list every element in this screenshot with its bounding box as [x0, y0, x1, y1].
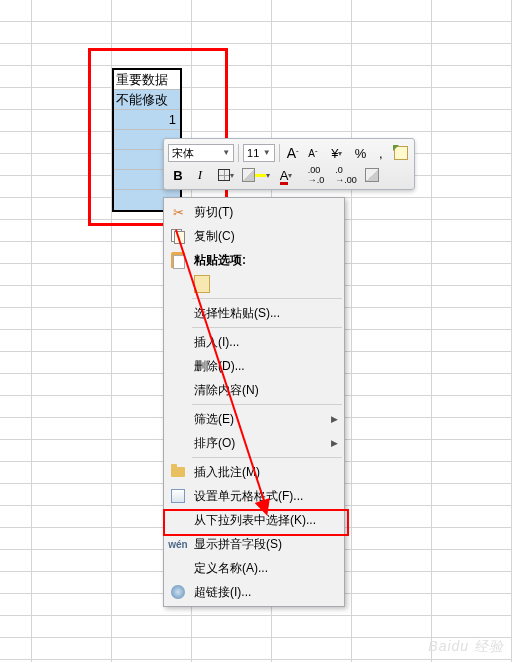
- cell[interactable]: [352, 396, 432, 418]
- cell[interactable]: [432, 528, 512, 550]
- cell[interactable]: [0, 308, 32, 330]
- cell[interactable]: [192, 638, 272, 660]
- cell[interactable]: [32, 0, 112, 22]
- cell[interactable]: [432, 88, 512, 110]
- cell[interactable]: [32, 506, 112, 528]
- cell[interactable]: [352, 264, 432, 286]
- cell[interactable]: [0, 550, 32, 572]
- borders-button[interactable]: ▾: [212, 165, 240, 185]
- cell[interactable]: [432, 154, 512, 176]
- cell[interactable]: [192, 616, 272, 638]
- cell[interactable]: [32, 308, 112, 330]
- cell[interactable]: [32, 440, 112, 462]
- cell[interactable]: [192, 88, 272, 110]
- menu-copy[interactable]: 复制(C): [164, 224, 344, 248]
- cell[interactable]: [352, 88, 432, 110]
- shrink-font-button[interactable]: Aˇ: [304, 143, 322, 163]
- cell[interactable]: [192, 22, 272, 44]
- cell[interactable]: [432, 550, 512, 572]
- cell[interactable]: [432, 440, 512, 462]
- cell[interactable]: [432, 44, 512, 66]
- cell[interactable]: [432, 132, 512, 154]
- cell[interactable]: [432, 198, 512, 220]
- cell[interactable]: [352, 616, 432, 638]
- decrease-decimal-button[interactable]: .0→.00: [332, 165, 360, 185]
- menu-insert-comment[interactable]: 插入批注(M): [164, 460, 344, 484]
- cell[interactable]: [352, 418, 432, 440]
- cell[interactable]: [432, 110, 512, 132]
- cell[interactable]: [0, 418, 32, 440]
- cell[interactable]: [112, 638, 192, 660]
- cell[interactable]: [0, 44, 32, 66]
- menu-cut[interactable]: ✂ 剪切(T): [164, 200, 344, 224]
- cell[interactable]: [32, 132, 112, 154]
- cell[interactable]: [0, 440, 32, 462]
- cell[interactable]: [32, 66, 112, 88]
- cell[interactable]: [432, 374, 512, 396]
- font-name-dropdown[interactable]: 宋体 ▼: [168, 144, 234, 162]
- cell[interactable]: [32, 242, 112, 264]
- cell[interactable]: [0, 374, 32, 396]
- bold-button[interactable]: B: [168, 165, 188, 185]
- cell[interactable]: [432, 220, 512, 242]
- menu-insert[interactable]: 插入(I)...: [164, 330, 344, 354]
- cell[interactable]: [32, 286, 112, 308]
- cell[interactable]: [352, 110, 432, 132]
- menu-hyperlink[interactable]: 超链接(I)...: [164, 580, 344, 604]
- format-painter-button[interactable]: [392, 143, 410, 163]
- cell[interactable]: [432, 506, 512, 528]
- cell[interactable]: [32, 154, 112, 176]
- cell[interactable]: [352, 484, 432, 506]
- cell[interactable]: [352, 374, 432, 396]
- cell[interactable]: [432, 22, 512, 44]
- menu-format-cells[interactable]: 设置单元格格式(F)...: [164, 484, 344, 508]
- cell[interactable]: [352, 308, 432, 330]
- menu-sort[interactable]: 排序(O) ▶: [164, 431, 344, 455]
- cell[interactable]: [272, 616, 352, 638]
- cell[interactable]: [112, 616, 192, 638]
- cell[interactable]: [352, 506, 432, 528]
- cell[interactable]: [32, 638, 112, 660]
- cell[interactable]: [272, 638, 352, 660]
- cell[interactable]: [32, 594, 112, 616]
- cell[interactable]: [432, 616, 512, 638]
- cell[interactable]: [32, 396, 112, 418]
- cell-header1[interactable]: 重要数据: [114, 70, 180, 90]
- cell[interactable]: [432, 0, 512, 22]
- cell[interactable]: [272, 0, 352, 22]
- cell[interactable]: [272, 88, 352, 110]
- comma-button[interactable]: ,: [372, 143, 390, 163]
- cell[interactable]: [192, 0, 272, 22]
- cell[interactable]: [352, 330, 432, 352]
- cell[interactable]: [0, 88, 32, 110]
- cell[interactable]: [0, 198, 32, 220]
- cell[interactable]: [352, 572, 432, 594]
- cell[interactable]: [0, 154, 32, 176]
- cell[interactable]: [432, 418, 512, 440]
- cell[interactable]: [352, 286, 432, 308]
- cell[interactable]: [432, 396, 512, 418]
- cell[interactable]: [432, 242, 512, 264]
- cell[interactable]: [352, 0, 432, 22]
- cell[interactable]: [352, 66, 432, 88]
- cell[interactable]: [0, 462, 32, 484]
- cell[interactable]: [432, 176, 512, 198]
- cell[interactable]: [0, 286, 32, 308]
- cell[interactable]: [432, 462, 512, 484]
- grow-font-button[interactable]: Aˆ: [284, 143, 302, 163]
- cell[interactable]: [432, 594, 512, 616]
- cell[interactable]: [32, 176, 112, 198]
- cell[interactable]: [0, 396, 32, 418]
- cell[interactable]: [0, 506, 32, 528]
- cell[interactable]: [32, 484, 112, 506]
- cell[interactable]: [192, 66, 272, 88]
- cell[interactable]: [192, 44, 272, 66]
- cell[interactable]: [432, 286, 512, 308]
- cell[interactable]: [352, 462, 432, 484]
- cell[interactable]: [32, 550, 112, 572]
- cell[interactable]: [0, 110, 32, 132]
- menu-clear[interactable]: 清除内容(N): [164, 378, 344, 402]
- cell[interactable]: [352, 528, 432, 550]
- cell[interactable]: [0, 132, 32, 154]
- cell[interactable]: [352, 550, 432, 572]
